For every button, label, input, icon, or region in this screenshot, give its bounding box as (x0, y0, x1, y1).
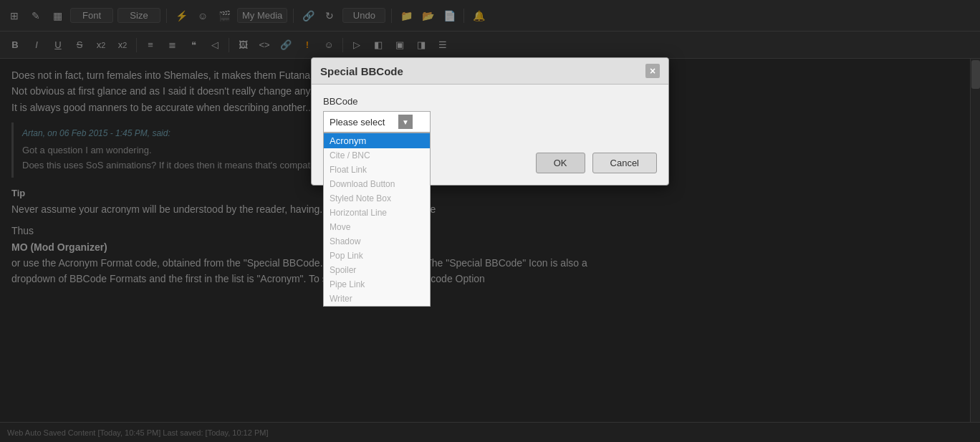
dropdown-item-move[interactable]: Move (324, 220, 430, 234)
select-placeholder: Please select (330, 117, 385, 128)
modal-dialog: Special BBCode × BBCode Please select ▼ … (311, 57, 669, 186)
dropdown-item-pop-link[interactable]: Pop Link (324, 249, 430, 263)
dropdown-item-shadow[interactable]: Shadow (324, 234, 430, 249)
bbcode-dropdown[interactable]: Acronym Cite / BNC Float Link Download B… (323, 133, 431, 307)
bbcode-label: BBCode (323, 96, 657, 107)
ok-button[interactable]: OK (536, 153, 585, 173)
modal-title: Special BBCode (320, 65, 403, 77)
dropdown-item-float-link[interactable]: Float Link (324, 163, 430, 177)
dropdown-item-download[interactable]: Download Button (324, 177, 430, 191)
bbcode-select-wrapper[interactable]: Please select ▼ Acronym Cite / BNC Float… (323, 111, 431, 133)
modal-close-btn[interactable]: × (645, 64, 660, 78)
modal-header: Special BBCode × (312, 58, 668, 85)
dropdown-item-writer[interactable]: Writer (324, 292, 430, 306)
select-arrow-icon: ▼ (398, 115, 413, 129)
cancel-button[interactable]: Cancel (592, 153, 657, 173)
dropdown-item-acronym[interactable]: Acronym (324, 133, 430, 148)
modal-body: BBCode Please select ▼ Acronym Cite / BN… (312, 85, 668, 144)
dropdown-item-horizontal[interactable]: Horizontal Line (324, 206, 430, 220)
bbcode-select-display[interactable]: Please select ▼ (323, 111, 431, 133)
modal-overlay: Special BBCode × BBCode Please select ▼ … (0, 0, 980, 442)
dropdown-item-pipe-link[interactable]: Pipe Link (324, 277, 430, 292)
dropdown-item-styled[interactable]: Styled Note Box (324, 191, 430, 206)
dropdown-item-spoiler[interactable]: Spoiler (324, 263, 430, 277)
dropdown-item-cite[interactable]: Cite / BNC (324, 148, 430, 163)
